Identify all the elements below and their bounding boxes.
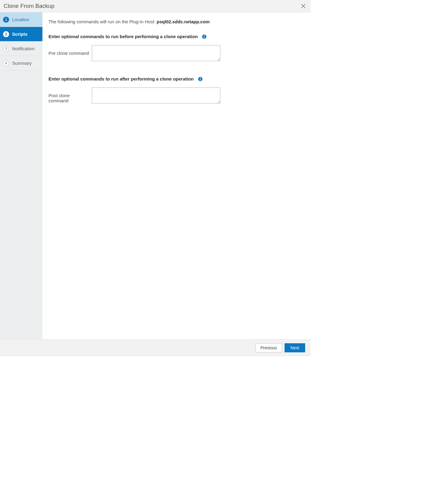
sidebar-step-scripts[interactable]: 2 Scripts: [0, 27, 42, 41]
dialog-title: Clone From Backup: [4, 3, 55, 9]
close-button[interactable]: [300, 2, 307, 10]
wizard-sidebar: 1 Location 2 Scripts 3 Notification 4 Su…: [0, 12, 42, 339]
post-clone-command-input[interactable]: [92, 87, 220, 104]
step-label: Location: [12, 17, 29, 22]
svg-point-5: [200, 77, 201, 78]
pre-clone-section: Enter optional commands to run before pe…: [48, 34, 305, 61]
info-icon: [198, 77, 203, 81]
sidebar-step-summary[interactable]: 4 Summary: [0, 56, 42, 71]
info-icon: [202, 34, 207, 39]
pre-clone-command-input[interactable]: [92, 45, 220, 61]
wizard-main-panel: The following commands will run on the P…: [42, 12, 311, 339]
svg-point-2: [204, 35, 205, 36]
svg-rect-4: [200, 79, 201, 81]
dialog-body: 1 Location 2 Scripts 3 Notification 4 Su…: [0, 12, 311, 339]
post-clone-field-row: Post clone command: [48, 87, 305, 104]
step-label: Notification: [12, 46, 35, 51]
dialog-header: Clone From Backup: [0, 0, 311, 12]
step-number-badge: 4: [3, 60, 9, 66]
next-button[interactable]: Next: [285, 343, 305, 352]
intro-prefix: The following commands will run on the P…: [48, 19, 157, 24]
previous-button[interactable]: Previous: [255, 343, 282, 352]
plugin-host-value: psql02.sddc.netapp.com: [157, 19, 210, 24]
pre-clone-field-row: Pre clone command: [48, 45, 305, 61]
step-label: Summary: [12, 61, 32, 66]
post-clone-label: Post clone command: [48, 87, 89, 103]
step-label: Scripts: [12, 31, 28, 37]
step-number-badge: 3: [3, 46, 9, 52]
post-clone-section: Enter optional commands to run after per…: [48, 76, 305, 104]
pre-clone-info-button[interactable]: [202, 34, 207, 39]
pre-clone-section-title: Enter optional commands to run before pe…: [48, 34, 198, 39]
clone-wizard-dialog: Clone From Backup 1 Location 2 Scripts 3…: [0, 0, 311, 356]
post-clone-info-button[interactable]: [198, 77, 203, 81]
sidebar-step-location[interactable]: 1 Location: [0, 12, 42, 27]
sidebar-step-notification[interactable]: 3 Notification: [0, 41, 42, 56]
dialog-footer: Previous Next: [0, 339, 311, 356]
close-icon: [301, 4, 306, 8]
post-clone-section-title: Enter optional commands to run after per…: [48, 76, 194, 81]
step-number-badge: 1: [3, 17, 9, 23]
intro-text: The following commands will run on the P…: [48, 19, 305, 24]
step-number-badge: 2: [3, 31, 9, 37]
svg-rect-1: [204, 36, 205, 38]
pre-clone-label: Pre clone command: [48, 45, 89, 56]
